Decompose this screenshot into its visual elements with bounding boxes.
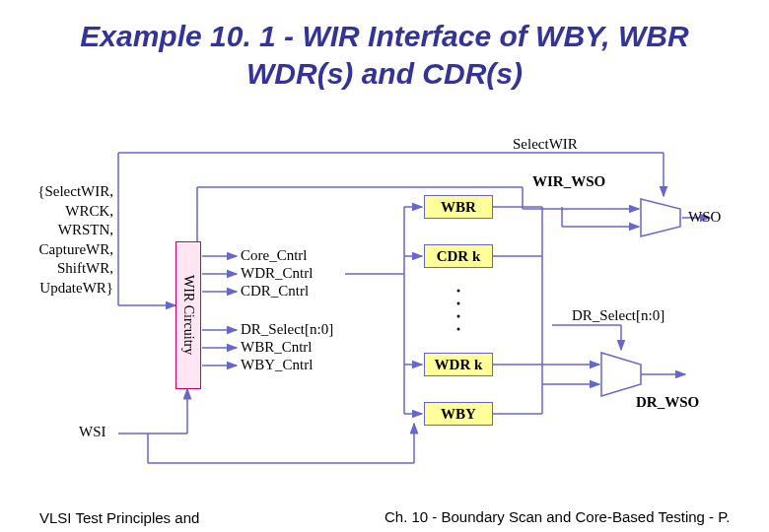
label-wso: WSO: [688, 209, 721, 226]
wiring-svg: [49, 128, 720, 483]
svg-point-40: [457, 315, 460, 318]
footer-left: VLSI Test Principles and: [39, 509, 199, 526]
label-dr-wso: DR_WSO: [636, 394, 699, 411]
label-core-cntrl: Core_Cntrl: [241, 247, 308, 264]
label-selectwir: SelectWIR: [513, 136, 578, 153]
svg-marker-42: [641, 199, 680, 236]
svg-point-41: [457, 328, 460, 331]
label-cdr-cntrl: CDR_Cntrl: [241, 283, 309, 299]
label-wby-cntrl: WBY_Cntrl: [241, 357, 313, 373]
svg-marker-43: [601, 353, 641, 396]
label-drselect: DR_Select[n:0]: [241, 321, 333, 338]
page-title: Example 10. 1 - WIR Interface of WBY, WB…: [0, 0, 769, 92]
svg-point-39: [457, 302, 460, 305]
label-dr-select-mux: DR_Select[n:0]: [572, 307, 664, 324]
block-wby: WBY: [424, 402, 493, 426]
block-wir-circuitry: WIR Circuitry: [175, 241, 201, 389]
block-cdrk: CDR k: [424, 244, 493, 268]
diagram-canvas: SelectWIR {SelectWIR, WRCK, WRSTN, Captu…: [49, 128, 720, 473]
block-wdrk: WDR k: [424, 353, 493, 376]
block-wbr: WBR: [424, 195, 493, 219]
label-wbr-cntrl: WBR_Cntrl: [241, 339, 313, 356]
label-signal-group: {SelectWIR, WRCK, WRSTN, CaptureWR, Shif…: [30, 182, 113, 298]
label-wsi: WSI: [79, 424, 106, 440]
label-wdr-cntrl: WDR_Cntrl: [241, 265, 313, 282]
label-wir-wso: WIR_WSO: [532, 173, 605, 190]
svg-point-38: [457, 290, 460, 293]
footer-right: Ch. 10 - Boundary Scan and Core-Based Te…: [384, 508, 731, 526]
